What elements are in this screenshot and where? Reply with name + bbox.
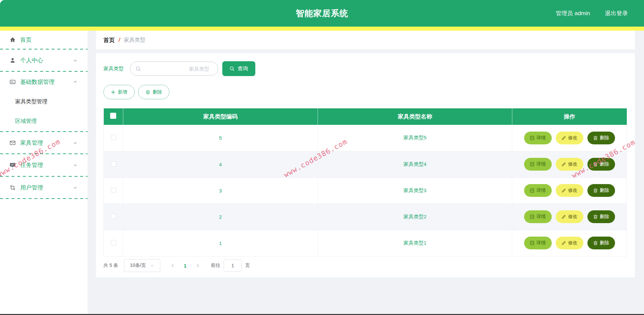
- trash-icon: [593, 136, 598, 140]
- prev-page-icon[interactable]: [170, 263, 175, 268]
- sidebar-item-furniture[interactable]: 家具管理: [0, 132, 88, 153]
- row-checkbox[interactable]: [111, 161, 116, 167]
- next-page-icon[interactable]: [195, 263, 200, 268]
- detail-button[interactable]: 详情: [524, 132, 552, 144]
- detail-button[interactable]: 详情: [524, 158, 552, 171]
- pen-icon: [561, 136, 566, 140]
- user-icon: [9, 57, 16, 64]
- crop-icon: [9, 184, 16, 191]
- row-checkbox[interactable]: [111, 135, 116, 140]
- pen-icon: [561, 241, 566, 245]
- detail-button[interactable]: 详情: [524, 210, 552, 223]
- chevron-down-icon: [73, 185, 77, 190]
- goto-page-input[interactable]: [224, 259, 242, 272]
- document-icon: [530, 214, 535, 219]
- row-checkbox[interactable]: [111, 187, 116, 193]
- trash-icon: [593, 188, 598, 193]
- select-all-checkbox[interactable]: [110, 113, 116, 119]
- trash-icon: [593, 241, 598, 245]
- app-header: 智能家居系统 管理员 admin 退出登录: [0, 0, 644, 27]
- sidebar-item-label: 家具管理: [20, 139, 43, 147]
- sidebar-item-label: 首页: [20, 36, 32, 44]
- header-checkbox-cell: [104, 108, 123, 125]
- pagination-total: 共 5 条: [103, 262, 118, 269]
- sidebar-item-task[interactable]: 任务管理: [0, 154, 88, 176]
- document-icon: [530, 241, 535, 245]
- delete-button[interactable]: 删除: [587, 132, 615, 144]
- cell-name: 家具类型1: [318, 230, 512, 256]
- sidebar-item-label: 用户管理: [20, 184, 43, 191]
- edit-button[interactable]: 修改: [556, 132, 583, 144]
- edit-button-label: 修改: [568, 240, 578, 246]
- document-icon: [530, 188, 535, 193]
- search-icon: [135, 66, 141, 72]
- row-checkbox[interactable]: [111, 214, 116, 219]
- detail-button-label: 详情: [537, 240, 546, 246]
- batch-delete-button[interactable]: 删除: [138, 85, 169, 99]
- mail-icon: [9, 140, 16, 146]
- delete-button-label: 删除: [600, 135, 609, 141]
- logout-button[interactable]: 退出登录: [605, 9, 628, 17]
- sidebar-item-personal-center[interactable]: 个人中心: [0, 49, 88, 71]
- query-button[interactable]: 查询: [222, 61, 255, 76]
- detail-button[interactable]: 详情: [524, 184, 552, 197]
- cell-code: 1: [123, 230, 318, 256]
- pagination: 共 5 条 10条/页 1 前往 页: [103, 259, 250, 272]
- card-icon: [9, 79, 16, 85]
- sidebar-subitem-furniture-type[interactable]: 家具类型管理: [0, 92, 88, 111]
- chevron-down-icon: [73, 58, 77, 63]
- cell-code: 4: [123, 151, 318, 177]
- sidebar-item-home[interactable]: 首页: [0, 31, 88, 49]
- page-size-select[interactable]: 10条/页: [124, 259, 160, 272]
- table-row: 5 家具类型5 详情 修改 删除: [104, 125, 627, 151]
- chevron-up-icon: [73, 80, 77, 84]
- sidebar-item-basic-data[interactable]: 基础数据管理: [0, 72, 88, 92]
- edit-button[interactable]: 修改: [556, 184, 583, 197]
- sidebar-divider: [0, 198, 88, 199]
- breadcrumb-separator: /: [119, 37, 120, 43]
- delete-button[interactable]: 删除: [587, 237, 615, 249]
- search-row: 家具类型 查询: [103, 61, 255, 76]
- app-title: 智能家居系统: [0, 8, 644, 19]
- table-row: 1 家具类型1 详情 修改 删除: [104, 230, 627, 256]
- column-header-code: 家具类型编码: [123, 108, 318, 125]
- cell-code: 5: [123, 125, 318, 151]
- detail-button[interactable]: 详情: [524, 237, 552, 249]
- table-row: 2 家具类型2 详情 修改 删除: [104, 204, 627, 230]
- delete-button[interactable]: 删除: [587, 210, 615, 223]
- sidebar-subitem-area[interactable]: 区域管理: [0, 111, 88, 131]
- delete-button[interactable]: 删除: [587, 158, 615, 171]
- detail-button-label: 详情: [537, 135, 546, 141]
- add-button[interactable]: 新增: [103, 85, 135, 99]
- admin-user-label[interactable]: 管理员 admin: [556, 9, 590, 17]
- edit-button-label: 修改: [568, 135, 578, 141]
- table-header-row: 家具类型编码 家具类型名称 操作: [104, 108, 627, 125]
- edit-button[interactable]: 修改: [556, 210, 583, 223]
- sidebar-subitem-label: 家具类型管理: [15, 98, 47, 105]
- sidebar-item-label: 任务管理: [20, 161, 43, 169]
- cell-name: 家具类型3: [318, 177, 512, 204]
- page-number[interactable]: 1: [184, 263, 187, 269]
- delete-button[interactable]: 删除: [587, 184, 615, 197]
- chat-icon: [9, 162, 16, 168]
- row-checkbox[interactable]: [111, 240, 116, 245]
- query-button-label: 查询: [237, 65, 248, 72]
- edit-button[interactable]: 修改: [556, 158, 583, 171]
- delete-button-label: 删除: [600, 214, 609, 220]
- edit-button-label: 修改: [568, 214, 578, 220]
- detail-button-label: 详情: [537, 214, 546, 220]
- breadcrumb-home[interactable]: 首页: [103, 36, 115, 44]
- cell-name: 家具类型5: [318, 125, 512, 151]
- edit-button[interactable]: 修改: [556, 237, 583, 249]
- sidebar: 首页 个人中心 基础数据管理 家具类型管理 区域管理 家具管理: [0, 31, 88, 314]
- page-size-value: 10条/页: [130, 262, 146, 269]
- sidebar-item-user-management[interactable]: 用户管理: [0, 177, 88, 198]
- pen-icon: [561, 214, 566, 219]
- plus-icon: [111, 90, 116, 95]
- chevron-down-icon: [73, 141, 77, 145]
- document-icon: [530, 162, 535, 167]
- delete-button-label: 删除: [600, 161, 609, 167]
- document-icon: [530, 136, 535, 140]
- toolbar: 新增 删除: [103, 85, 169, 99]
- search-input[interactable]: [130, 62, 218, 75]
